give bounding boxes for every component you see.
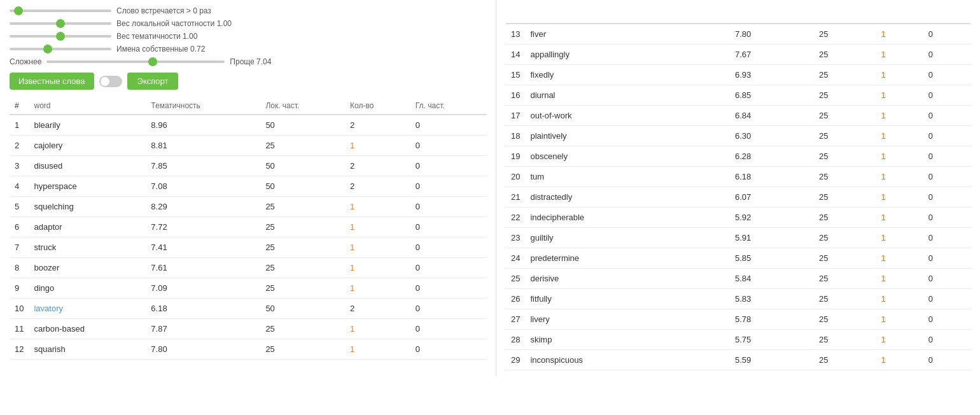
cell-local-freq: 25	[814, 65, 876, 85]
cell-word[interactable]: indecipherable	[525, 208, 730, 228]
cell-word[interactable]: diurnal	[525, 85, 730, 106]
cell-word[interactable]: skimp	[525, 330, 730, 350]
right-header-word	[525, 6, 730, 24]
cell-main-freq: 0	[923, 24, 970, 45]
cell-word[interactable]: fixedly	[525, 65, 730, 85]
table-row: 28 skimp 5.75 25 1 0	[506, 330, 970, 350]
cell-word[interactable]: hyperspace	[29, 176, 146, 197]
cell-num: 8	[10, 258, 29, 278]
cell-thematic: 5.59	[730, 350, 814, 370]
table-row: 20 tum 6.18 25 1 0	[506, 167, 970, 187]
cell-local-freq: 25	[814, 350, 876, 370]
cell-local-freq: 25	[260, 278, 345, 299]
frequency-slider[interactable]	[10, 10, 111, 12]
cell-main-freq: 0	[923, 330, 970, 350]
cell-thematic: 5.75	[730, 330, 814, 350]
cell-main-freq: 0	[923, 289, 970, 309]
cell-count: 2	[345, 156, 410, 176]
cell-word[interactable]: plaintively	[525, 126, 730, 146]
cell-word[interactable]: struck	[29, 237, 146, 258]
cell-word[interactable]: obscenely	[525, 146, 730, 167]
export-button[interactable]: Экспорт	[127, 73, 179, 90]
cell-word[interactable]: livery	[525, 309, 730, 330]
cell-num: 5	[10, 197, 29, 217]
cell-word[interactable]: squarish	[29, 339, 146, 360]
cell-word[interactable]: squelching	[29, 197, 146, 217]
cell-thematic: 6.18	[146, 299, 260, 319]
cell-num: 7	[10, 237, 29, 258]
cell-word[interactable]: dingo	[29, 278, 146, 299]
table-row: 6 adaptor 7.72 25 1 0	[10, 217, 486, 237]
cell-word[interactable]: derisive	[525, 269, 730, 289]
cell-thematic: 8.29	[146, 197, 260, 217]
cell-word[interactable]: inconspicuous	[525, 350, 730, 370]
cell-word[interactable]: adaptor	[29, 217, 146, 237]
table-row: 8 boozer 7.61 25 1 0	[10, 258, 486, 278]
thematic-label: Вес тематичности 1.00	[116, 32, 197, 41]
local-freq-label: Вес локальной частотности 1.00	[116, 19, 232, 28]
table-row: 13 fiver 7.80 25 1 0	[506, 24, 970, 45]
cell-word[interactable]: appallingly	[525, 45, 730, 65]
cell-local-freq: 25	[260, 237, 345, 258]
cell-num: 15	[506, 65, 525, 85]
cell-main-freq: 0	[410, 299, 486, 319]
cell-count: 2	[345, 115, 410, 136]
right-header-main-freq	[923, 6, 970, 24]
cell-word[interactable]: blearily	[29, 115, 146, 136]
cell-num: 3	[10, 156, 29, 176]
table-row: 15 fixedly 6.93 25 1 0	[506, 65, 970, 85]
cell-word[interactable]: guiltily	[525, 228, 730, 248]
cell-count: 2	[345, 299, 410, 319]
cell-count: 1	[345, 237, 410, 258]
cell-word[interactable]: distractedly	[525, 187, 730, 208]
cell-word[interactable]: fitfully	[525, 289, 730, 309]
cell-main-freq: 0	[410, 176, 486, 197]
cell-local-freq: 50	[260, 299, 345, 319]
cell-local-freq: 25	[814, 269, 876, 289]
cell-count: 1	[876, 167, 923, 187]
table-row: 7 struck 7.41 25 1 0	[10, 237, 486, 258]
cell-word[interactable]: tum	[525, 167, 730, 187]
local-freq-slider[interactable]	[10, 22, 111, 25]
cell-count: 1	[876, 208, 923, 228]
cell-local-freq: 50	[260, 115, 345, 136]
known-words-toggle[interactable]	[99, 76, 122, 87]
buttons-row: Известные слова Экспорт	[10, 73, 486, 90]
cell-word[interactable]: carbon-based	[29, 319, 146, 339]
known-words-button[interactable]: Известные слова	[10, 73, 94, 90]
right-table: 13 fiver 7.80 25 1 0 14 appallingly 7.67…	[506, 6, 970, 370]
cell-count: 1	[876, 146, 923, 167]
cell-main-freq: 0	[923, 167, 970, 187]
cell-local-freq: 25	[814, 187, 876, 208]
table-row: 22 indecipherable 5.92 25 1 0	[506, 208, 970, 228]
cell-word[interactable]: boozer	[29, 258, 146, 278]
cell-main-freq: 0	[923, 248, 970, 269]
cell-main-freq: 0	[410, 197, 486, 217]
cell-count: 1	[876, 309, 923, 330]
table-header-row: # word Тематичность Лок. част. Кол-во Гл…	[10, 97, 486, 115]
cell-count: 1	[876, 350, 923, 370]
cell-thematic: 6.18	[730, 167, 814, 187]
cell-word[interactable]: out-of-work	[525, 106, 730, 126]
cell-word[interactable]: disused	[29, 156, 146, 176]
proper-names-slider[interactable]	[10, 48, 111, 50]
cell-word[interactable]: predetermine	[525, 248, 730, 269]
cell-word[interactable]: lavatory	[29, 299, 146, 319]
cell-num: 23	[506, 228, 525, 248]
cell-thematic: 6.85	[730, 85, 814, 106]
cell-main-freq: 0	[410, 217, 486, 237]
right-header-num	[506, 6, 525, 24]
thematic-slider[interactable]	[10, 35, 111, 38]
cell-local-freq: 25	[260, 136, 345, 156]
cell-word[interactable]: fiver	[525, 24, 730, 45]
table-row: 29 inconspicuous 5.59 25 1 0	[506, 350, 970, 370]
cell-count: 1	[876, 106, 923, 126]
cell-count: 1	[876, 330, 923, 350]
difficulty-slider[interactable]	[46, 60, 225, 63]
cell-word[interactable]: cajolery	[29, 136, 146, 156]
table-row: 2 cajolery 8.81 25 1 0	[10, 136, 486, 156]
cell-num: 6	[10, 217, 29, 237]
cell-thematic: 7.80	[730, 24, 814, 45]
header-count: Кол-во	[345, 97, 410, 115]
header-main-freq: Гл. част.	[410, 97, 486, 115]
